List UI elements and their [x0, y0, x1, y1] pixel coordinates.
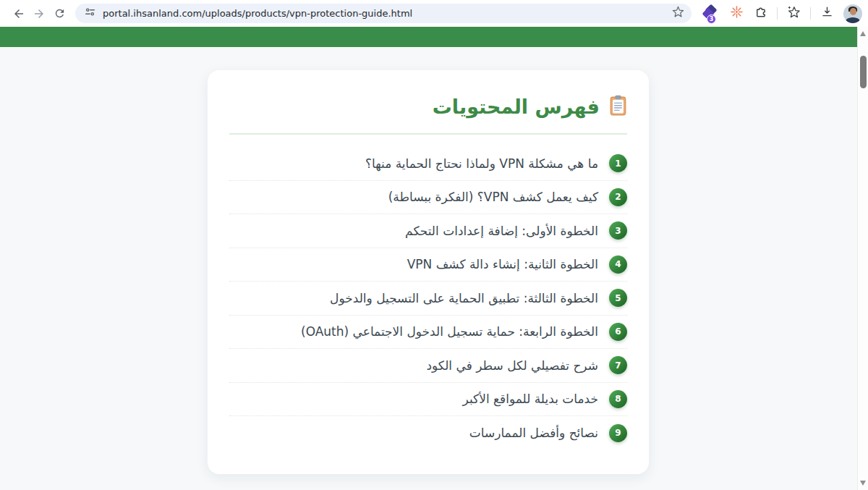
downloads-icon[interactable] [820, 5, 834, 22]
toc-item-label: كيف يعمل كشف VPN؟ (الفكرة ببساطة) [388, 190, 598, 204]
toc-item-link[interactable]: 6 الخطوة الرابعة: حماية تسجيل الدخول الا… [229, 316, 627, 350]
toc-item-label: شرح تفصيلي لكل سطر في الكود [426, 358, 598, 373]
extensions-area: 3 ⋮ [702, 4, 868, 23]
toc-item-label: الخطوة الثالثة: تطبيق الحماية على التسجي… [330, 291, 598, 305]
toc-item-number-badge: 2 [609, 188, 627, 206]
toc-item-link[interactable]: 8 خدمات بديلة للمواقع الأكبر [229, 383, 627, 417]
toc-item-link[interactable]: 5 الخطوة الثالثة: تطبيق الحماية على التس… [229, 282, 627, 316]
page-viewport: فهرس المحتويات 1 ما هي مشكلة VPN ولماذا … [0, 27, 868, 490]
back-icon[interactable] [9, 4, 29, 24]
purple-extension-icon[interactable]: 3 [702, 5, 720, 22]
toc-item-number-badge: 9 [609, 424, 627, 442]
browser-toolbar: portal.ihsanland.com/uploads/products/vp… [0, 0, 868, 27]
toolbar-divider [810, 7, 811, 20]
toc-item-link[interactable]: 9 نصائح وأفضل الممارسات [229, 416, 627, 450]
toc-item-label: ما هي مشكلة VPN ولماذا نحتاج الحماية منه… [365, 156, 598, 171]
avatar-shirt [846, 17, 860, 23]
clipboard-icon [609, 95, 627, 119]
toc-item-number-badge: 7 [609, 356, 627, 374]
toc-item-link[interactable]: 3 الخطوة الأولى: إضافة إعدادات التحكم [229, 214, 627, 248]
toc-item-label: نصائح وأفضل الممارسات [469, 426, 598, 440]
toc-item-link[interactable]: 4 الخطوة الثانية: إنشاء دالة كشف VPN [229, 248, 627, 282]
toc-item-number-badge: 3 [609, 221, 627, 240]
toc-item-link[interactable]: 2 كيف يعمل كشف VPN؟ (الفكرة ببساطة) [229, 181, 627, 215]
toc-item-label: الخطوة الأولى: إضافة إعدادات التحكم [405, 224, 598, 238]
extensions-puzzle-icon[interactable] [754, 5, 767, 22]
toc-item-number-badge: 4 [609, 255, 627, 274]
page-scrollbar[interactable] [857, 27, 868, 490]
url-text[interactable]: portal.ihsanland.com/uploads/products/vp… [103, 8, 412, 19]
extension-count-badge: 3 [707, 14, 716, 24]
bookmark-star-icon[interactable] [672, 6, 684, 21]
toc-item-label: الخطوة الرابعة: حماية تسجيل الدخول الاجت… [301, 324, 598, 339]
toc-item-number-badge: 6 [609, 323, 627, 341]
toc-list: 1 ما هي مشكلة VPN ولماذا نحتاج الحماية م… [229, 147, 627, 450]
toc-item-label: خدمات بديلة للمواقع الأكبر [463, 392, 598, 406]
toc-item-link[interactable]: 7 شرح تفصيلي لكل سطر في الكود [229, 349, 627, 383]
reload-icon[interactable] [49, 4, 69, 24]
forward-icon[interactable] [29, 4, 49, 24]
profile-avatar[interactable] [843, 4, 862, 23]
scrollbar-up-arrow-icon[interactable] [860, 31, 866, 36]
bookmarks-sparkle-star-icon[interactable] [787, 5, 801, 22]
scrollbar-thumb[interactable] [860, 56, 867, 88]
avatar-face [850, 8, 856, 15]
site-info-icon[interactable] [85, 7, 95, 20]
page-header-bar [0, 27, 857, 47]
title-underline [229, 133, 627, 135]
toc-title: فهرس المحتويات [433, 96, 600, 118]
toc-item-number-badge: 8 [609, 390, 627, 408]
toc-item-number-badge: 1 [609, 154, 627, 172]
toc-item-number-badge: 5 [609, 289, 627, 307]
scrollbar-down-arrow-icon[interactable] [860, 481, 866, 486]
address-bar[interactable]: portal.ihsanland.com/uploads/products/vp… [75, 4, 692, 23]
table-of-contents-card: فهرس المحتويات 1 ما هي مشكلة VPN ولماذا … [208, 70, 649, 474]
toc-item-link[interactable]: 1 ما هي مشكلة VPN ولماذا نحتاج الحماية م… [229, 147, 627, 181]
toolbar-divider [777, 7, 778, 20]
toc-title-row: فهرس المحتويات [229, 95, 627, 119]
toc-item-label: الخطوة الثانية: إنشاء دالة كشف VPN [407, 257, 598, 271]
starburst-extension-icon[interactable] [729, 4, 744, 22]
